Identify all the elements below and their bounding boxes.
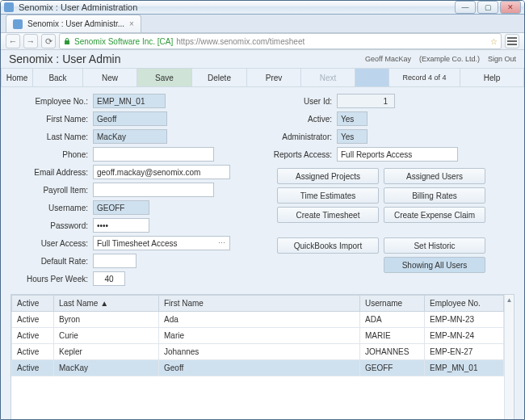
help-button[interactable]: Help — [460, 69, 524, 86]
lock-icon — [63, 37, 71, 45]
ellipsis-icon: ⋯ — [218, 239, 226, 247]
bookmark-icon[interactable]: ☆ — [490, 37, 498, 46]
table-row[interactable]: ActiveKeplerJohannesJOHANNESEMP-EN-27 — [12, 344, 504, 360]
time-estimates-button[interactable]: Time Estimates — [277, 187, 379, 204]
cell-first-name: Geoff — [159, 360, 360, 376]
cell-active: Active — [12, 344, 54, 360]
password-field[interactable]: •••• — [93, 218, 149, 233]
showing-all-users-button[interactable]: Showing All Users — [384, 257, 485, 273]
cell-username: MARIE — [360, 328, 425, 344]
assigned-projects-button[interactable]: Assigned Projects — [277, 168, 379, 184]
minimize-button[interactable]: ― — [455, 1, 476, 14]
delete-button[interactable]: Delete — [192, 69, 247, 86]
tab-close-icon[interactable]: × — [129, 19, 134, 28]
app-toolbar: Home Back New Save Delete Prev Next Reco… — [1, 68, 524, 87]
cell-last-name: MacKay — [54, 360, 159, 376]
new-button[interactable]: New — [83, 69, 137, 86]
favicon-icon — [4, 2, 14, 12]
browser-toolbar: ← → ⟳ Senomix Software Inc. [CA] https:/… — [1, 33, 524, 50]
grid-scrollbar[interactable]: ▲ ▼ — [504, 295, 514, 420]
email-label: Email Address: — [10, 168, 88, 177]
email-field[interactable]: geoff.mackay@senomix.com — [93, 165, 230, 179]
payroll-item-label: Payroll Item: — [10, 186, 88, 195]
hours-per-week-field[interactable]: 40 — [93, 271, 125, 286]
table-row[interactable]: ActiveMacKayGeoffGEOFFEMP_MN_01 — [12, 360, 504, 376]
cell-active: Active — [12, 312, 54, 328]
sign-out-link[interactable]: Sign Out — [488, 55, 516, 63]
quickbooks-import-button[interactable]: QuickBooks Import — [277, 237, 379, 254]
current-company: (Example Co. Ltd.) — [419, 55, 480, 63]
username-label: Username: — [10, 204, 88, 212]
user-id-field: 1 — [337, 94, 395, 108]
payroll-item-field[interactable] — [93, 183, 214, 197]
employee-no-field[interactable]: EMP_MN_01 — [93, 94, 166, 108]
create-expense-button[interactable]: Create Expense Claim — [384, 207, 485, 223]
cell-last-name: Byron — [54, 312, 159, 328]
first-name-field[interactable]: Geoff — [93, 111, 167, 126]
hamburger-icon — [507, 37, 517, 45]
cell-employee-no: EMP_MN_01 — [425, 360, 504, 376]
forward-icon[interactable]: → — [23, 34, 38, 48]
cert-label: Senomix Software Inc. [CA] — [74, 37, 173, 46]
admin-select[interactable]: Yes — [337, 129, 368, 144]
page-title: Senomix : User Admin — [9, 52, 121, 65]
back-button[interactable]: Back — [33, 69, 83, 86]
default-rate-field[interactable] — [93, 254, 136, 268]
username-field[interactable]: GEOFF — [93, 200, 149, 215]
save-button[interactable]: Save — [137, 69, 192, 86]
table-row[interactable]: ActiveByronAdaADAEMP-MN-23 — [12, 312, 504, 328]
active-select[interactable]: Yes — [337, 111, 368, 126]
browser-tab[interactable]: Senomix : User Administr... × — [6, 15, 141, 32]
url-text: https://www.senomix.com/timesheet — [176, 37, 304, 46]
browser-window: Senomix : User Administration ― ▢ ✕ Seno… — [0, 0, 525, 420]
current-user: Geoff MacKay — [365, 55, 411, 63]
maximize-button[interactable]: ▢ — [477, 1, 498, 14]
user-id-label: User Id: — [264, 97, 332, 106]
record-status: Record 4 of 4 — [389, 69, 460, 86]
toolbar-spacer — [355, 69, 389, 86]
window-title: Senomix : User Administration — [19, 2, 137, 12]
phone-field[interactable] — [93, 147, 214, 162]
user-access-select[interactable]: Full Timesheet Access⋯ — [93, 236, 230, 250]
cell-first-name: Johannes — [159, 344, 360, 360]
col-last-name[interactable]: Last Name ▲ — [54, 296, 159, 312]
password-label: Password: — [10, 221, 88, 230]
tab-title: Senomix : User Administr... — [27, 19, 124, 28]
next-button: Next — [301, 69, 355, 86]
reload-icon[interactable]: ⟳ — [41, 34, 56, 48]
cell-employee-no: EMP-EN-27 — [425, 344, 504, 360]
cell-username: ADA — [360, 312, 425, 328]
back-icon[interactable]: ← — [6, 34, 20, 48]
col-username[interactable]: Username — [360, 296, 425, 312]
address-bar[interactable]: Senomix Software Inc. [CA] https://www.s… — [59, 33, 502, 49]
last-name-field[interactable]: MacKay — [93, 129, 167, 144]
cell-active: Active — [12, 360, 54, 376]
last-name-label: Last Name: — [10, 132, 88, 141]
col-first-name[interactable]: First Name — [159, 296, 360, 312]
app-header: Senomix : User Admin Geoff MacKay (Examp… — [1, 50, 524, 68]
billing-rates-button[interactable]: Billing Rates — [384, 187, 485, 204]
cell-last-name: Curie — [54, 328, 159, 344]
assigned-users-button[interactable]: Assigned Users — [384, 168, 485, 184]
phone-label: Phone: — [10, 150, 88, 159]
menu-button[interactable] — [505, 34, 519, 48]
cell-active: Active — [12, 328, 54, 344]
tab-favicon-icon — [13, 19, 23, 29]
hours-per-week-label: Hours Per Week: — [10, 275, 88, 284]
prev-button[interactable]: Prev — [247, 69, 301, 86]
col-active[interactable]: Active — [12, 296, 54, 312]
cell-first-name: Marie — [159, 328, 360, 344]
home-button[interactable]: Home — [1, 69, 33, 86]
create-timesheet-button[interactable]: Create Timesheet — [277, 207, 379, 223]
set-historic-button[interactable]: Set Historic — [384, 237, 485, 254]
reports-access-select[interactable]: Full Reports Access — [337, 147, 458, 162]
os-titlebar: Senomix : User Administration ― ▢ ✕ — [1, 1, 524, 15]
col-employee-no[interactable]: Employee No. — [425, 296, 504, 312]
cell-last-name: Kepler — [54, 344, 159, 360]
first-name-label: First Name: — [10, 115, 88, 124]
cell-username: JOHANNES — [360, 344, 425, 360]
close-button[interactable]: ✕ — [500, 1, 521, 14]
scroll-up-icon[interactable]: ▲ — [505, 295, 514, 304]
form-area: Employee No.:EMP_MN_01 First Name:Geoff … — [1, 87, 524, 289]
table-row[interactable]: ActiveCurieMarieMARIEEMP-MN-24 — [12, 328, 504, 344]
